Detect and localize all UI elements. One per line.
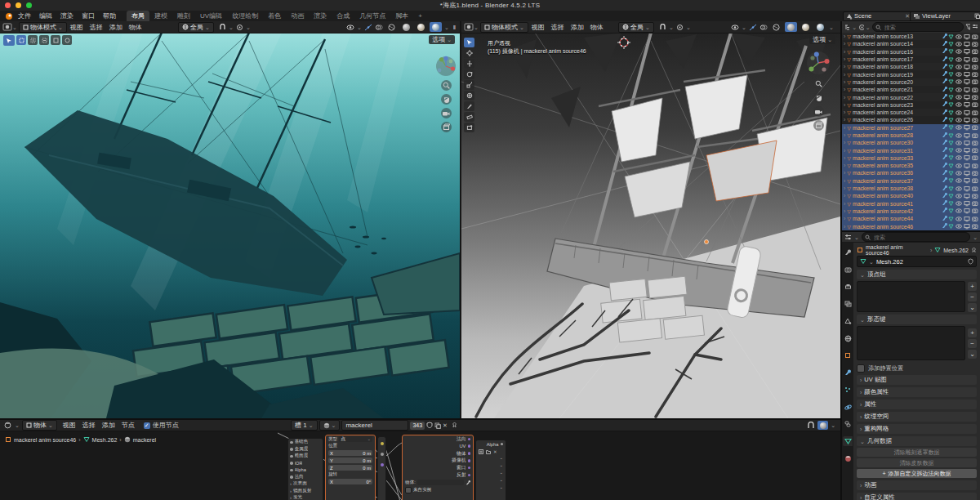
- vertex-group-specials-button[interactable]: ⌄: [968, 303, 977, 312]
- transform-orientation-dropdown[interactable]: 全局⌄: [178, 22, 214, 33]
- mode-dropdown[interactable]: 物体模式⌄: [480, 22, 528, 33]
- active-tool-select-box-icon[interactable]: [3, 35, 15, 46]
- tab-material-icon[interactable]: [843, 453, 853, 463]
- object-name[interactable]: mackerel anim source44: [853, 216, 939, 221]
- panel-vertex-groups[interactable]: ⌄顶点组: [857, 270, 977, 279]
- object-name[interactable]: mackerel anim source22: [853, 95, 939, 100]
- remove-shape-key-button[interactable]: −: [968, 339, 977, 348]
- expand-chevron-icon[interactable]: ›: [844, 79, 845, 85]
- select-mode-invert-icon[interactable]: [51, 35, 60, 45]
- rest-position-checkbox[interactable]: [857, 364, 865, 373]
- viewport-menu-item[interactable]: 选择: [87, 23, 106, 32]
- viewport-menu-item[interactable]: 物体: [587, 23, 607, 32]
- workspace-tab[interactable]: 纹理绘制: [227, 11, 263, 21]
- collapsed-panel[interactable]: ›动画: [857, 480, 977, 490]
- shader-menu-item[interactable]: 添加: [99, 421, 118, 430]
- pan-gizmo-icon[interactable]: [441, 94, 452, 105]
- tool-options-dropdown[interactable]: 选项⌄: [809, 35, 835, 44]
- collapsed-panel[interactable]: ›属性: [857, 400, 977, 409]
- object-name[interactable]: mackerel anim source41: [853, 201, 939, 207]
- overlays-toggle-icon[interactable]: [375, 24, 383, 31]
- node-texture-coordinate[interactable]: 法向 UV 物体: [402, 435, 474, 500]
- editor-type-caret-icon[interactable]: ⌄: [12, 25, 17, 30]
- outliner-row[interactable]: › ▽ mackerel anim source40: [842, 192, 980, 199]
- visibility-icons[interactable]: [956, 124, 978, 131]
- topbar-menu-item[interactable]: 窗口: [78, 11, 99, 20]
- outliner-row[interactable]: › ▽ mackerel anim source44: [842, 215, 980, 222]
- expand-chevron-icon[interactable]: ›: [844, 49, 845, 55]
- camera-view-gizmo-icon[interactable]: [813, 106, 824, 117]
- outliner-row[interactable]: › ▽ mackerel anim source16: [842, 48, 980, 56]
- pan-gizmo-icon[interactable]: [813, 92, 824, 103]
- tool-options-dropdown[interactable]: 选项⌄: [429, 35, 455, 44]
- workspace-tab[interactable]: 布局: [127, 11, 149, 21]
- properties-search-input[interactable]: [872, 234, 967, 241]
- open-image-icon[interactable]: [486, 449, 491, 454]
- object-name[interactable]: mackerel anim source28: [853, 132, 939, 138]
- workspace-tab[interactable]: 渲染: [309, 11, 332, 21]
- node-input-socket[interactable]: 金属度: [288, 446, 323, 453]
- camera-view-gizmo-icon[interactable]: [441, 108, 452, 118]
- collapsed-dropdowns[interactable]: ⌄ ⌄ ⌄ ⌄ ⌄: [476, 455, 506, 491]
- object-name[interactable]: mackerel anim source46: [853, 224, 939, 230]
- visibility-icons[interactable]: [956, 78, 978, 85]
- select-mode-extend-icon[interactable]: [28, 35, 38, 45]
- shading-solid-button[interactable]: [785, 22, 797, 32]
- transform-orientation-dropdown[interactable]: 全局⌄: [618, 22, 654, 33]
- node-input-socket[interactable]: IOR: [288, 460, 323, 467]
- tab-object-data-icon[interactable]: [843, 436, 853, 446]
- visibility-icons[interactable]: [956, 109, 978, 116]
- node-reroute-strip[interactable]: [377, 436, 386, 500]
- shading-solid-button[interactable]: [400, 22, 412, 32]
- node-input-socket[interactable]: Alpha: [288, 467, 323, 474]
- visibility-icons[interactable]: [956, 193, 978, 199]
- visibility-icons[interactable]: [956, 56, 978, 63]
- outliner-row[interactable]: › ▽ mackerel anim source42: [842, 208, 980, 215]
- object-name[interactable]: mackerel anim source17: [853, 56, 939, 62]
- breadcrumb-data[interactable]: Mesh.262: [943, 248, 969, 253]
- collapsed-panel[interactable]: ›UV 贴图: [857, 375, 977, 385]
- workspace-tab[interactable]: 雕刻: [172, 11, 195, 21]
- editor-type-caret-icon[interactable]: ⌄: [854, 234, 859, 240]
- fake-user-shield-icon[interactable]: [426, 422, 433, 429]
- expand-chevron-icon[interactable]: ›: [844, 178, 845, 184]
- viewport-rendered[interactable]: ⌄ 物体模式⌄ 视图选择添加物体 全局⌄ ⌄ ⌄ ⌄: [0, 21, 460, 418]
- shading-rendered-button[interactable]: [430, 22, 442, 32]
- snap-magnet-icon[interactable]: [659, 24, 666, 31]
- pin-icon[interactable]: [971, 247, 977, 253]
- proportional-editing-icon[interactable]: [236, 24, 243, 31]
- object-name[interactable]: mackerel anim source19: [853, 72, 939, 78]
- object-name[interactable]: mackerel anim source35: [853, 163, 939, 168]
- visibility-icons[interactable]: [956, 200, 978, 207]
- collapsed-panel[interactable]: ›颜色属性: [857, 387, 977, 397]
- visibility-icons[interactable]: [956, 140, 978, 146]
- expand-chevron-icon[interactable]: ›: [844, 125, 845, 131]
- object-visibility-icon[interactable]: [731, 24, 739, 31]
- node-output-socket[interactable]: 反射: [403, 471, 473, 479]
- object-name[interactable]: mackerel anim source16: [853, 49, 939, 55]
- expand-chevron-icon[interactable]: ›: [844, 185, 845, 191]
- outliner-row[interactable]: › ▽ mackerel anim source35: [842, 162, 980, 169]
- editor-type-properties-icon[interactable]: [844, 234, 852, 241]
- panel-shape-keys[interactable]: ⌄形态键: [857, 315, 977, 324]
- object-name[interactable]: mackerel anim source36: [853, 170, 939, 176]
- editor-type-shader-icon[interactable]: [3, 422, 12, 429]
- node-mapping[interactable]: 类型 点⌄ 位置 X0 m Y0 m: [325, 435, 376, 500]
- expand-chevron-icon[interactable]: ›: [844, 41, 845, 47]
- mapping-type-row[interactable]: 类型 点⌄: [326, 435, 375, 443]
- editor-type-caret-icon[interactable]: ⌄: [474, 25, 479, 30]
- outliner-row[interactable]: › ▽ mackerel anim source38: [842, 185, 980, 192]
- new-image-icon[interactable]: [479, 449, 483, 454]
- object-name[interactable]: mackerel anim source24: [853, 109, 939, 115]
- shape-keys-list[interactable]: [857, 326, 965, 360]
- workspace-tab[interactable]: 合成: [332, 11, 354, 21]
- shading-material-button[interactable]: [800, 22, 812, 32]
- add-vertex-group-button[interactable]: +: [968, 282, 977, 291]
- perspective-toggle-gizmo-icon[interactable]: [441, 122, 452, 132]
- object-name[interactable]: mackerel anim source30: [853, 140, 939, 145]
- visibility-icons[interactable]: [956, 147, 978, 154]
- shape-key-specials-button[interactable]: ⌄: [968, 350, 977, 359]
- tool-cursor-icon[interactable]: [464, 48, 474, 58]
- shader-menu-item[interactable]: 视图: [60, 421, 79, 430]
- expand-chevron-icon[interactable]: ›: [844, 163, 845, 168]
